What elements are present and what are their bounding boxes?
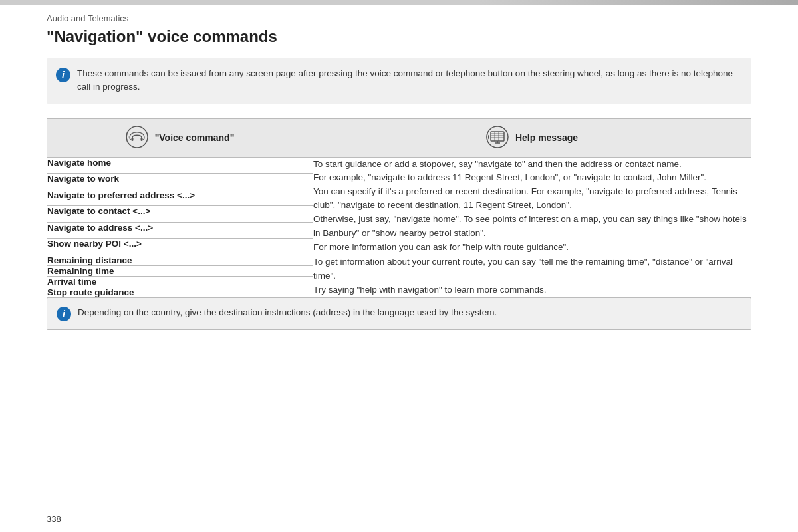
info-icon-top: i [56, 68, 70, 82]
table-header-row: "Voice command" [47, 118, 751, 157]
col-header-help: Help message [313, 118, 751, 157]
top-bar [0, 0, 798, 5]
col-header-voice: "Voice command" [47, 118, 313, 157]
help-navigate-group: To start guidance or add a stopover, say… [313, 157, 751, 255]
commands-table: "Voice command" [47, 118, 751, 298]
cmd-remaining-time: Remaining time [47, 265, 313, 276]
cmd-navigate-preferred: Navigate to preferred address <...> [47, 190, 313, 206]
breadcrumb: Audio and Telematics [0, 5, 798, 27]
page-number: 338 [47, 514, 61, 524]
col-help-label: Help message [515, 132, 578, 143]
cmd-navigate-contact: Navigate to contact <...> [47, 206, 313, 223]
help-route-group: To get information about your current ro… [313, 255, 751, 297]
svg-rect-1 [131, 138, 133, 141]
info-box-bottom: i Depending on the country, give the des… [47, 298, 751, 330]
cmd-remaining-distance: Remaining distance [47, 255, 313, 265]
info-text-bottom: Depending on the country, give the desti… [78, 306, 497, 319]
cmd-stop-guidance: Stop route guidance [47, 287, 313, 297]
info-text-top: These commands can be issued from any sc… [77, 67, 739, 94]
col-voice-label: "Voice command" [155, 132, 235, 143]
screen-icon [486, 126, 509, 150]
table-row: Remaining distance To get information ab… [47, 255, 751, 265]
cmd-show-poi: Show nearby POI <...> [47, 239, 313, 255]
svg-rect-4 [491, 132, 504, 141]
cmd-navigate-address: Navigate to address <...> [47, 222, 313, 239]
voice-icon [126, 126, 148, 150]
cmd-navigate-home: Navigate home [47, 157, 313, 174]
cmd-arrival-time: Arrival time [47, 276, 313, 287]
cmd-navigate-work: Navigate to work [47, 174, 313, 190]
main-content: "Navigation" voice commands i These comm… [0, 27, 798, 356]
page-title: "Navigation" voice commands [47, 27, 751, 46]
info-icon-bottom: i [57, 307, 71, 321]
info-box-top: i These commands can be issued from any … [47, 58, 751, 104]
table-body: Navigate home To start guidance or add a… [47, 157, 751, 297]
svg-point-3 [487, 126, 508, 148]
breadcrumb-text: Audio and Telematics [47, 13, 128, 23]
table-row: Navigate home To start guidance or add a… [47, 157, 751, 174]
svg-rect-2 [140, 138, 142, 141]
